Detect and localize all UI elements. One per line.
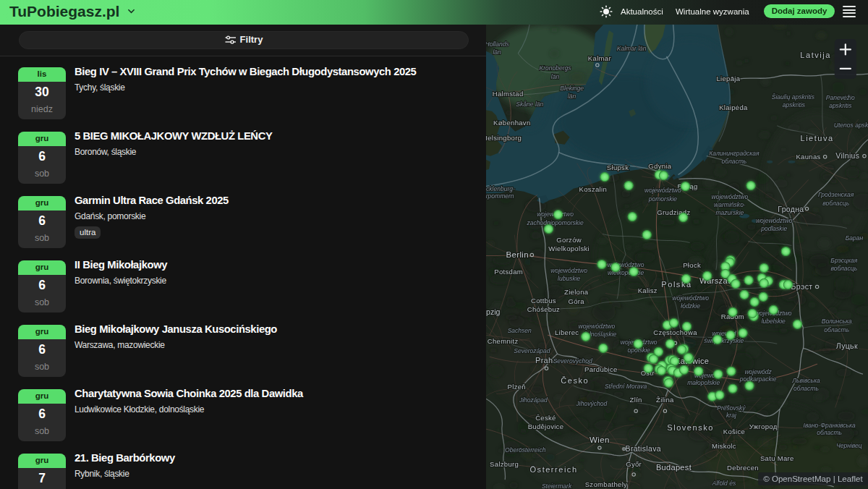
svg-text:Chóśebuz: Chóśebuz (527, 305, 560, 313)
svg-text:Liepāja: Liepāja (716, 75, 740, 82)
svg-text:Częstochowa: Częstochowa (653, 328, 697, 336)
svg-text:małopolskie: małopolskie (687, 379, 720, 386)
svg-text:вобласць: вобласць (822, 200, 849, 207)
svg-text:Debrecen: Debrecen (727, 464, 759, 472)
svg-text:län: län (551, 73, 560, 80)
svg-text:Severovýchod: Severovýchod (553, 357, 592, 365)
svg-text:Koszalin: Koszalin (579, 185, 607, 193)
svg-text:województwo: województwo (756, 217, 793, 224)
svg-text:область: область (793, 385, 819, 392)
svg-text:län: län (493, 48, 501, 56)
svg-text:zachodniopomorskie: zachodniopomorskie (526, 219, 584, 226)
svg-text:Chemnitz: Chemnitz (488, 337, 519, 345)
svg-text:Львівська: Львівська (791, 377, 820, 384)
svg-text:Kronobergs: Kronobergs (539, 64, 571, 72)
svg-text:København: København (493, 119, 530, 127)
svg-text:warmińsko-: warmińsko- (714, 201, 746, 208)
svg-text:Wien: Wien (590, 435, 610, 444)
svg-text:Баран: Баран (846, 234, 864, 242)
svg-text:Žilina: Žilina (656, 396, 674, 404)
svg-text:Луцьк: Луцьк (836, 341, 858, 350)
svg-text:Szombathely: Szombathely (585, 480, 627, 488)
svg-text:Kalmar län: Kalmar län (617, 45, 647, 52)
svg-text:Blekinge: Blekinge (560, 85, 584, 92)
svg-text:Salzburg: Salzburg (490, 460, 519, 468)
svg-text:Slovensko: Slovensko (667, 423, 714, 432)
svg-text:Гродзенская: Гродзенская (818, 191, 854, 198)
svg-text:Zielona: Zielona (564, 288, 589, 296)
svg-text:Latvija: Latvija (800, 51, 831, 59)
svg-text:Plzeň: Plzeň (508, 383, 526, 391)
svg-text:Jihozápad: Jihozápad (519, 396, 548, 404)
svg-text:Österreich: Österreich (529, 465, 577, 474)
svg-text:lubuskie: lubuskie (558, 275, 581, 282)
svg-text:Miskolc: Miskolc (712, 442, 736, 450)
svg-text:Berlin: Berlin (506, 251, 529, 260)
svg-text:pomorskie: pomorskie (648, 195, 678, 203)
svg-text:Волинська: Волинська (822, 318, 852, 325)
svg-text:Kaunas: Kaunas (796, 153, 820, 161)
svg-text:Satu Mare: Satu Mare (760, 454, 794, 462)
svg-text:Брэст: Брэст (791, 282, 813, 291)
svg-text:© OpenStreetMap | Leaflet: © OpenStreetMap | Leaflet (763, 475, 863, 483)
svg-text:Severozápad: Severozápad (514, 347, 550, 354)
svg-text:Střední Morava: Střední Morava (605, 383, 647, 390)
svg-text:Skåne län: Skåne län (516, 101, 543, 108)
svg-text:Steiermark: Steiermark (542, 482, 572, 489)
svg-text:Budějovice: Budějovice (528, 422, 564, 430)
svg-text:Halmstad: Halmstad (493, 90, 524, 98)
svg-text:apskritis: apskritis (829, 102, 852, 109)
svg-text:Česko: Česko (561, 376, 589, 385)
svg-text:область: область (817, 429, 842, 436)
svg-text:Helsingborg: Helsingborg (486, 134, 522, 142)
svg-text:Sachsen: Sachsen (508, 327, 532, 334)
svg-text:Jihovýchod: Jihovýchod (575, 400, 607, 407)
svg-text:České: České (535, 414, 556, 422)
svg-text:Kalisz: Kalisz (638, 286, 658, 294)
svg-text:Брэсцкая: Брэсцкая (830, 258, 857, 265)
svg-text:Чернівец: Чернівец (836, 442, 862, 449)
svg-text:Płock: Płock (683, 262, 701, 270)
svg-text:Калининградская: Калининградская (709, 150, 760, 157)
svg-text:Bratislava: Bratislava (626, 444, 661, 453)
svg-text:⊕: ⊕ (621, 446, 626, 452)
svg-text:Leipzig: Leipzig (486, 307, 501, 316)
svg-text:Klaipėda: Klaipėda (719, 103, 748, 111)
svg-text:kraj: kraj (726, 412, 737, 419)
svg-text:Kalmar: Kalmar (588, 54, 611, 62)
svg-text:Vorpommern: Vorpommern (486, 192, 514, 200)
svg-text:Pardubice: Pardubice (584, 365, 618, 373)
svg-text:Cottbus: Cottbus (531, 297, 556, 305)
svg-text:Івано-Франківська: Івано-Франківська (804, 422, 856, 429)
svg-text:łódzkie: łódzkie (681, 302, 700, 310)
svg-text:Vilnius: Vilnius (835, 151, 859, 160)
svg-text:область: область (722, 158, 747, 165)
svg-text:lubelskie: lubelskie (762, 318, 786, 325)
svg-text:podlaskie: podlaskie (760, 225, 787, 232)
svg-text:Lietuva: Lietuva (800, 134, 833, 143)
svg-text:Wielkopolski: Wielkopolski (548, 245, 590, 253)
svg-text:województwo: województwo (644, 187, 681, 194)
svg-text:Mecklenburg-: Mecklenburg- (486, 185, 515, 192)
svg-text:apskritis: apskritis (783, 101, 806, 109)
svg-text:Panevėžio: Panevėžio (826, 94, 855, 101)
svg-text:область: область (824, 326, 849, 333)
svg-text:вобласць: вобласць (830, 265, 857, 272)
svg-text:Potsdam: Potsdam (494, 268, 523, 276)
svg-text:Słupsk: Słupsk (607, 163, 629, 171)
svg-text:Budapest: Budapest (656, 463, 692, 472)
svg-text:Győr: Győr (626, 460, 642, 468)
svg-text:Ужгород: Ужгород (749, 422, 778, 430)
svg-text:Košice: Košice (723, 428, 745, 435)
svg-text:Hollands: Hollands (486, 41, 509, 48)
svg-text:Gdynia: Gdynia (648, 162, 671, 170)
svg-text:Gorzów: Gorzów (556, 236, 582, 244)
svg-text:województwo: województwo (550, 267, 587, 274)
svg-text:województwo: województwo (672, 294, 709, 302)
svg-text:Zlín: Zlín (630, 396, 642, 404)
svg-text:Гродна: Гродна (778, 205, 804, 213)
svg-text:województwo: województwo (578, 323, 615, 330)
svg-text:Liberec: Liberec (555, 328, 579, 336)
svg-text:Utenos apskr: Utenos apskr (834, 122, 868, 129)
svg-text:Prešovský: Prešovský (717, 404, 746, 412)
